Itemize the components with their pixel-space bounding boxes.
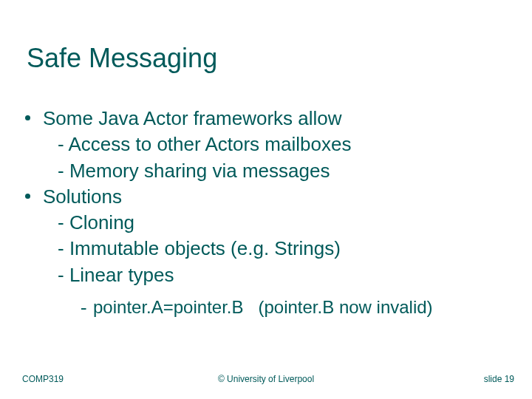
bullet-text: Some Java Actor frameworks allow: [43, 107, 342, 129]
slide: Safe Messaging Some Java Actor framework…: [0, 0, 532, 399]
sub-item-2a: - Cloning: [22, 211, 502, 235]
footer-copyright: © University of Liverpool: [0, 374, 532, 384]
slide-body: Some Java Actor frameworks allow - Acces…: [22, 105, 502, 321]
sub-item-1b: - Memory sharing via messages: [22, 159, 502, 183]
bullet-icon: [25, 115, 30, 120]
sub-item-1a: - Access to other Actors mailboxes: [22, 132, 502, 157]
sub-item-2b: - Immutable objects (e.g. Strings): [22, 236, 502, 261]
sub-item-2c: - Linear types: [22, 263, 502, 287]
bullet-icon: [25, 194, 30, 199]
bullet-item-2: Solutions: [22, 185, 502, 209]
sub-sub-item: -pointer.A=pointer.B (pointer.B now inva…: [22, 296, 502, 321]
bullet-item-1: Some Java Actor frameworks allow: [22, 106, 502, 131]
bullet-text: Solutions: [43, 185, 122, 208]
sub-sub-text: pointer.A=pointer.B (pointer.B now inval…: [93, 297, 433, 317]
footer-slide-number: slide 19: [484, 374, 514, 384]
slide-title: Safe Messaging: [27, 43, 217, 74]
dash-icon: -: [78, 298, 93, 321]
